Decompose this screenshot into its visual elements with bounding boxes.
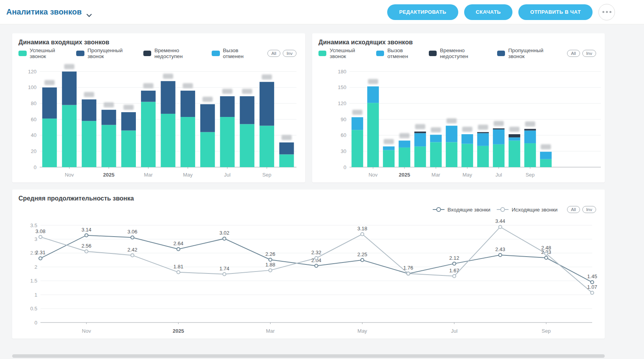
svg-text:Sep: Sep — [542, 328, 551, 334]
svg-text:1.45: 1.45 — [587, 273, 597, 279]
svg-text:60: 60 — [341, 132, 346, 138]
legend-item-label: Успешный звонок — [329, 47, 370, 59]
all-button[interactable]: All — [267, 50, 280, 57]
legend-item[interactable]: Временно недоступен — [429, 47, 491, 59]
legend-item[interactable]: Исходящие звонки — [497, 207, 558, 213]
legend-item[interactable]: Входящие звонки — [433, 207, 490, 213]
outgoing-calls-chart: 0306090120150180Nov2025MarMayJulSep — [312, 58, 605, 180]
svg-text:2.12: 2.12 — [449, 255, 459, 261]
svg-text:1.74: 1.74 — [220, 266, 229, 272]
svg-text:2025: 2025 — [173, 328, 184, 334]
legend-item[interactable]: Пропущенный звонок — [497, 47, 558, 59]
svg-text:0.5: 0.5 — [30, 306, 37, 312]
svg-text:3: 3 — [35, 236, 37, 242]
legend-item[interactable]: Временно недоступен — [143, 47, 205, 59]
legend-item[interactable]: Успешный звонок — [318, 47, 370, 59]
legend-item-label: Временно недоступен — [154, 47, 205, 59]
svg-text:Sep: Sep — [525, 172, 534, 178]
chevron-down-icon[interactable] — [86, 10, 92, 14]
svg-text:0: 0 — [34, 164, 37, 170]
legend-item-label: Временно недоступен — [440, 47, 491, 59]
svg-text:90: 90 — [341, 117, 346, 122]
legend-swatch-icon — [18, 51, 27, 56]
incoming-calls-card: Динамика входящих звонков Успешный звоно… — [12, 33, 305, 182]
incoming-chart-title: Динамика входящих звонков — [12, 33, 305, 46]
svg-text:0: 0 — [35, 320, 37, 326]
ellipsis-icon — [606, 11, 608, 13]
svg-text:Nov: Nov — [368, 172, 378, 178]
avg-duration-card: Средняя продолжительность звонка Входящи… — [12, 190, 605, 339]
edit-button[interactable]: РЕДАКТИРОВАТЬ — [387, 4, 458, 20]
svg-text:2.43: 2.43 — [495, 246, 505, 252]
svg-text:30: 30 — [341, 148, 346, 154]
svg-text:Nov: Nov — [65, 172, 74, 178]
svg-text:Nov: Nov — [82, 328, 91, 334]
svg-text:Jul: Jul — [224, 172, 231, 178]
svg-text:0: 0 — [344, 164, 346, 170]
avg-duration-chart-title: Средняя продолжительность звонка — [12, 190, 605, 202]
top-bar: Аналитика звонков РЕДАКТИРОВАТЬ СКАЧАТЬ … — [0, 0, 644, 24]
svg-text:3.5: 3.5 — [30, 222, 37, 228]
svg-text:1.5: 1.5 — [30, 278, 37, 284]
legend-swatch-icon — [497, 51, 505, 56]
svg-text:1.88: 1.88 — [265, 262, 275, 268]
legend-item-label: Вызов отменен — [223, 47, 258, 59]
dashboard: Динамика входящих звонков Успешный звоно… — [0, 24, 644, 358]
send-to-chat-button[interactable]: ОТПРАВИТЬ В ЧАТ — [518, 4, 593, 20]
legend-item-label: Исходящие звонки — [512, 207, 558, 213]
ellipsis-icon — [609, 11, 611, 13]
inv-button[interactable]: Inv — [582, 206, 596, 213]
svg-text:Jul: Jul — [496, 172, 502, 178]
outgoing-calls-card: Динамика исходящих звонков Успешный звон… — [312, 33, 605, 182]
legend-controls: All Inv — [567, 206, 596, 213]
legend-controls: All Inv — [267, 50, 296, 57]
svg-text:3.08: 3.08 — [35, 228, 45, 234]
legend-controls: All Inv — [567, 50, 596, 57]
outgoing-chart-legend: Успешный звонокВызов отмененВременно нед… — [312, 46, 605, 58]
legend-item-label: Пропущенный звонок — [508, 47, 558, 59]
all-button[interactable]: All — [567, 50, 580, 57]
legend-swatch-icon — [143, 51, 152, 56]
svg-text:2.26: 2.26 — [265, 251, 275, 257]
svg-text:2025: 2025 — [103, 172, 115, 178]
legend-item[interactable]: Пропущенный звонок — [76, 47, 137, 59]
svg-text:3.18: 3.18 — [357, 226, 367, 231]
svg-text:1.81: 1.81 — [174, 264, 183, 270]
legend-item-label: Входящие звонки — [448, 207, 490, 213]
all-button[interactable]: All — [567, 206, 580, 213]
svg-text:1: 1 — [35, 292, 37, 298]
outgoing-chart-title: Динамика исходящих звонков — [312, 33, 605, 46]
header-actions: РЕДАКТИРОВАТЬ СКАЧАТЬ ОТПРАВИТЬ В ЧАТ — [387, 4, 615, 20]
svg-text:120: 120 — [338, 100, 346, 106]
inv-button[interactable]: Inv — [283, 50, 296, 57]
legend-swatch-icon — [212, 51, 220, 56]
legend-swatch-icon — [429, 51, 437, 56]
legend-swatch-icon — [318, 51, 326, 56]
svg-text:100: 100 — [28, 84, 37, 90]
horizontal-scrollbar[interactable] — [12, 354, 605, 358]
svg-text:3.02: 3.02 — [220, 230, 229, 236]
svg-text:Jul: Jul — [451, 328, 457, 334]
svg-text:Mar: Mar — [144, 172, 153, 178]
svg-text:2.56: 2.56 — [81, 243, 91, 249]
svg-text:2.48: 2.48 — [541, 245, 551, 251]
svg-text:1.07: 1.07 — [587, 284, 597, 290]
inv-button[interactable]: Inv — [582, 50, 596, 57]
legend-item[interactable]: Вызов отменен — [376, 47, 423, 59]
svg-text:2.64: 2.64 — [174, 241, 183, 246]
svg-text:180: 180 — [338, 69, 346, 75]
svg-text:2: 2 — [35, 264, 37, 270]
legend-item[interactable]: Успешный звонок — [18, 47, 70, 59]
legend-swatch-icon — [376, 51, 384, 56]
legend-item-label: Успешный звонок — [30, 47, 70, 59]
svg-text:3.06: 3.06 — [128, 229, 137, 235]
more-options-button[interactable] — [598, 4, 615, 20]
legend-item[interactable]: Вызов отменен — [212, 47, 258, 59]
legend-item-label: Вызов отменен — [387, 47, 422, 59]
svg-text:Sep: Sep — [262, 172, 271, 178]
avg-duration-chart-legend: Входящие звонкиИсходящие звонки All Inv — [12, 202, 605, 214]
svg-text:Mar: Mar — [266, 328, 275, 334]
svg-text:3.14: 3.14 — [81, 227, 91, 233]
download-button[interactable]: СКАЧАТЬ — [464, 4, 513, 20]
incoming-chart-legend: Успешный звонокПропущенный звонокВременн… — [12, 46, 305, 58]
